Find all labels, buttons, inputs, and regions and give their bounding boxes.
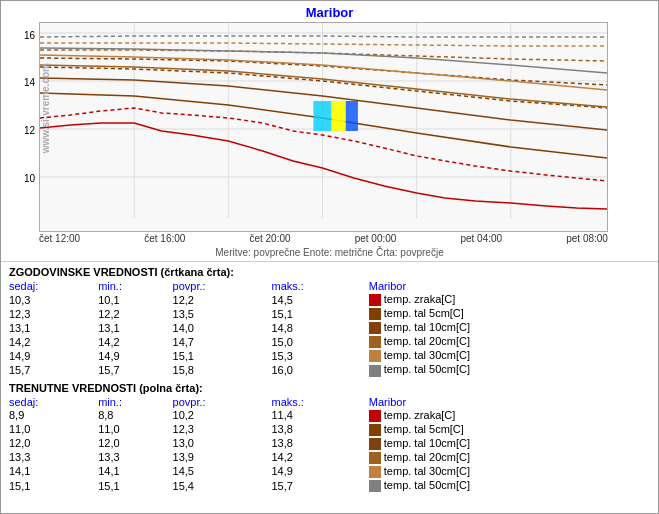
- x-label-4: pet 00:00: [355, 233, 397, 244]
- hist-row-4: 14,214,214,715,0 temp. tal 20cm[C]: [9, 335, 650, 349]
- curr-row-4: 13,313,313,914,2 temp. tal 20cm[C]: [9, 451, 650, 465]
- hist-row-3: 13,113,114,014,8 temp. tal 10cm[C]: [9, 321, 650, 335]
- svg-rect-10: [332, 101, 346, 131]
- chart-area: 16 14 12 10 www.si-vreme.com: [1, 22, 658, 262]
- historical-title: ZGODOVINSKE VREDNOSTI (črtkana črta):: [9, 266, 650, 278]
- hist-r1-sedaj: 10,3: [9, 293, 98, 307]
- hist-row-5: 14,914,915,115,3 temp. tal 30cm[C]: [9, 349, 650, 363]
- hist-header-maks: maks.:: [272, 280, 369, 293]
- curr-row-6: 15,115,115,415,7 temp. tal 50cm[C]: [9, 479, 650, 493]
- hist-row-2: 12,312,213,515,1 temp. tal 5cm[C]: [9, 307, 650, 321]
- svg-rect-11: [346, 101, 358, 131]
- hist-header-povpr: povpr.:: [173, 280, 272, 293]
- hist-r1-povpr: 12,2: [173, 293, 272, 307]
- hist-row-1: 10,3 10,1 12,2 14,5 temp. zraka[C]: [9, 293, 650, 307]
- x-label-3: čet 20:00: [249, 233, 290, 244]
- hist-r1-legend: temp. zraka[C]: [369, 293, 650, 307]
- hist-r1-maks: 14,5: [272, 293, 369, 307]
- y-label-14: 14: [24, 77, 35, 88]
- hist-header-min: min.:: [98, 280, 172, 293]
- curr-row-5: 14,114,114,514,9 temp. tal 30cm[C]: [9, 465, 650, 479]
- x-label-6: pet 08:00: [566, 233, 608, 244]
- curr-header-maks: maks.:: [272, 396, 369, 409]
- watermark: www.si-vreme.com: [40, 63, 53, 153]
- meritve-line: Meritve: povprečne Enote: metrične Črta:…: [1, 245, 658, 260]
- hist-header-maribor: Maribor: [369, 280, 650, 293]
- curr-row-2: 11,011,012,313,8 temp. tal 5cm[C]: [9, 423, 650, 437]
- chart-svg: [40, 23, 607, 218]
- curr-row-3: 12,012,013,013,8 temp. tal 10cm[C]: [9, 437, 650, 451]
- chart-title: Maribor: [1, 1, 658, 22]
- curr-row-1: 8,98,810,211,4 temp. zraka[C]: [9, 409, 650, 423]
- svg-rect-9: [313, 101, 331, 131]
- current-title: TRENUTNE VREDNOSTI (polna črta):: [9, 382, 650, 394]
- main-container: Maribor 16 14 12 10 www.si-vreme.com: [0, 0, 659, 514]
- curr-header-sedaj: sedaj:: [9, 396, 98, 409]
- curr-header-maribor: Maribor: [369, 396, 650, 409]
- x-label-1: čet 12:00: [39, 233, 80, 244]
- hist-r1-min: 10,1: [98, 293, 172, 307]
- curr-header-povpr: povpr.:: [173, 396, 272, 409]
- data-section: ZGODOVINSKE VREDNOSTI (črtkana črta): se…: [1, 262, 658, 513]
- historical-table: sedaj: min.: povpr.: maks.: Maribor 10,3…: [9, 280, 650, 378]
- current-table: sedaj: min.: povpr.: maks.: Maribor 8,98…: [9, 396, 650, 494]
- curr-header-min: min.:: [98, 396, 172, 409]
- y-label-16: 16: [24, 30, 35, 41]
- y-label-12: 12: [24, 125, 35, 136]
- y-label-10: 10: [24, 173, 35, 184]
- x-label-2: čet 16:00: [144, 233, 185, 244]
- hist-header-sedaj: sedaj:: [9, 280, 98, 293]
- hist-row-6: 15,715,715,816,0 temp. tal 50cm[C]: [9, 363, 650, 377]
- x-label-5: pet 04:00: [460, 233, 502, 244]
